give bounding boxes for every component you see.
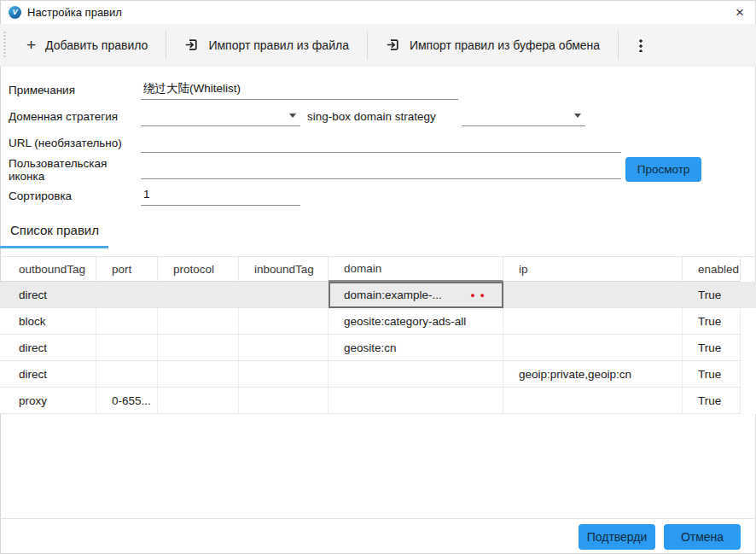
- cell-enabled[interactable]: True: [683, 282, 741, 308]
- column-header-ip[interactable]: ip: [503, 257, 683, 282]
- chevron-down-icon: [289, 114, 296, 118]
- tab-rule-list[interactable]: Список правил: [0, 221, 756, 239]
- cell-outboundTag[interactable]: block: [0, 308, 96, 335]
- singbox-strategy-label: sing-box domain strategy: [307, 110, 436, 123]
- import-rules-file-button[interactable]: Импорт правил из файла: [166, 24, 367, 66]
- cell-port[interactable]: [96, 361, 158, 388]
- remarks-input[interactable]: 绕过大陆(Whitelist): [141, 80, 458, 100]
- footer-bar: Подтверди Отмена: [0, 518, 756, 554]
- import-rules-clipboard-button[interactable]: Импорт правил из буфера обмена: [368, 24, 618, 66]
- cell-protocol[interactable]: [158, 361, 239, 388]
- cell-value: direct: [19, 341, 47, 354]
- tab-bar: Список правил: [0, 221, 756, 248]
- close-icon[interactable]: ×: [722, 5, 747, 20]
- tab-active-indicator: [0, 246, 108, 248]
- cell-domain[interactable]: [329, 388, 503, 414]
- toolbar-grip: [3, 31, 6, 59]
- cell-protocol[interactable]: [158, 308, 239, 335]
- cell-value: True: [698, 341, 721, 354]
- cell-inboundTag[interactable]: [239, 308, 329, 335]
- column-header-port[interactable]: port: [96, 257, 158, 282]
- custom-icon-input[interactable]: [141, 160, 621, 179]
- cell-outboundTag[interactable]: direct: [0, 361, 96, 388]
- cell-ip[interactable]: [503, 388, 683, 414]
- rules-table: outboundTagportprotocolinboundTagdomaini…: [0, 256, 756, 414]
- column-header-enabled[interactable]: enabled: [683, 257, 741, 282]
- rule-form: Примечания 绕过大陆(Whitelist) Доменная стра…: [0, 67, 756, 209]
- red-dots-indicator: ●●: [465, 291, 490, 300]
- cell-value: block: [19, 315, 46, 328]
- import-icon: [386, 38, 400, 52]
- cell-domain[interactable]: geosite:category-ads-all: [329, 308, 503, 335]
- plus-icon: +: [26, 37, 36, 53]
- rule-row[interactable]: directdomain:example-...●●True: [0, 282, 756, 308]
- toolbar: + Добавить правило Импорт правил из файл…: [0, 24, 756, 67]
- cell-ip[interactable]: [503, 335, 683, 361]
- rule-settings-dialog: { "window": { "title": "Настройка правил…: [0, 0, 756, 554]
- row-gutter: [741, 361, 756, 388]
- cancel-button[interactable]: Отмена: [664, 524, 741, 550]
- column-header-domain[interactable]: domain: [329, 257, 503, 282]
- cell-value: geosite:category-ads-all: [344, 315, 466, 328]
- sort-input[interactable]: 1: [141, 186, 300, 206]
- row-gutter: [741, 308, 756, 335]
- table-header: outboundTagportprotocolinboundTagdomaini…: [0, 256, 756, 282]
- cell-inboundTag[interactable]: [239, 282, 329, 308]
- rule-row[interactable]: blockgeosite:category-ads-allTrue: [0, 308, 756, 335]
- table-body: directdomain:example-...●●Trueblockgeosi…: [0, 282, 756, 414]
- add-rule-button[interactable]: + Добавить правило: [9, 24, 166, 66]
- cell-protocol[interactable]: [158, 388, 239, 414]
- custom-icon-label: Пользовательская иконка: [9, 157, 141, 183]
- cell-ip[interactable]: [503, 282, 683, 308]
- app-logo-icon: V: [9, 6, 21, 19]
- import-file-label: Импорт правил из файла: [208, 38, 349, 52]
- cell-ip[interactable]: geoip:private,geoip:cn: [503, 361, 683, 388]
- rule-row[interactable]: directgeosite:cnTrue: [0, 335, 756, 361]
- cell-domain[interactable]: domain:example-...●●: [329, 282, 503, 308]
- empty-area: [0, 414, 756, 518]
- domain-strategy-select[interactable]: [141, 107, 300, 126]
- cell-ip[interactable]: [503, 308, 683, 335]
- cell-value: direct: [19, 368, 47, 381]
- rule-row[interactable]: directgeoip:private,geoip:cnTrue: [0, 361, 756, 388]
- cell-domain[interactable]: geosite:cn: [329, 335, 503, 361]
- domain-strategy-label: Доменная стратегия: [9, 110, 141, 123]
- cell-value: True: [698, 368, 721, 381]
- cell-domain[interactable]: [329, 361, 503, 388]
- column-header-outboundTag[interactable]: outboundTag: [0, 257, 96, 282]
- window-title: Настройка правил: [27, 6, 122, 19]
- more-options-button[interactable]: [619, 24, 663, 66]
- cell-value: 0-655...: [112, 394, 151, 407]
- cell-outboundTag[interactable]: direct: [0, 335, 96, 361]
- cell-enabled[interactable]: True: [683, 308, 741, 335]
- column-header-inboundTag[interactable]: inboundTag: [239, 257, 329, 282]
- singbox-strategy-select[interactable]: [462, 107, 585, 126]
- cell-value: direct: [19, 289, 47, 301]
- confirm-button[interactable]: Подтверди: [579, 524, 655, 550]
- cell-port[interactable]: 0-655...: [96, 388, 158, 414]
- cell-enabled[interactable]: True: [683, 361, 741, 388]
- browse-button[interactable]: Просмотр: [625, 157, 701, 182]
- cell-inboundTag[interactable]: [239, 335, 329, 361]
- cell-value: True: [698, 394, 721, 407]
- rule-row[interactable]: proxy0-655...True: [0, 388, 756, 414]
- sort-label: Сортировка: [9, 190, 141, 202]
- cell-inboundTag[interactable]: [239, 361, 329, 388]
- cell-enabled[interactable]: True: [683, 388, 741, 414]
- cell-value: geoip:private,geoip:cn: [519, 368, 631, 381]
- cell-protocol[interactable]: [158, 335, 239, 361]
- cell-enabled[interactable]: True: [683, 335, 741, 361]
- row-gutter: [741, 335, 756, 361]
- cell-port[interactable]: [96, 282, 158, 308]
- cell-inboundTag[interactable]: [239, 388, 329, 414]
- import-clipboard-label: Импорт правил из буфера обмена: [410, 38, 600, 52]
- cell-port[interactable]: [96, 308, 158, 335]
- cell-outboundTag[interactable]: proxy: [0, 388, 96, 414]
- cell-outboundTag[interactable]: direct: [0, 282, 96, 308]
- row-gutter: [741, 388, 756, 414]
- column-header-protocol[interactable]: protocol: [158, 257, 239, 282]
- cell-port[interactable]: [96, 335, 158, 361]
- url-input[interactable]: [141, 133, 621, 153]
- cell-protocol[interactable]: [158, 282, 239, 308]
- cell-value: domain:example-...: [344, 289, 442, 301]
